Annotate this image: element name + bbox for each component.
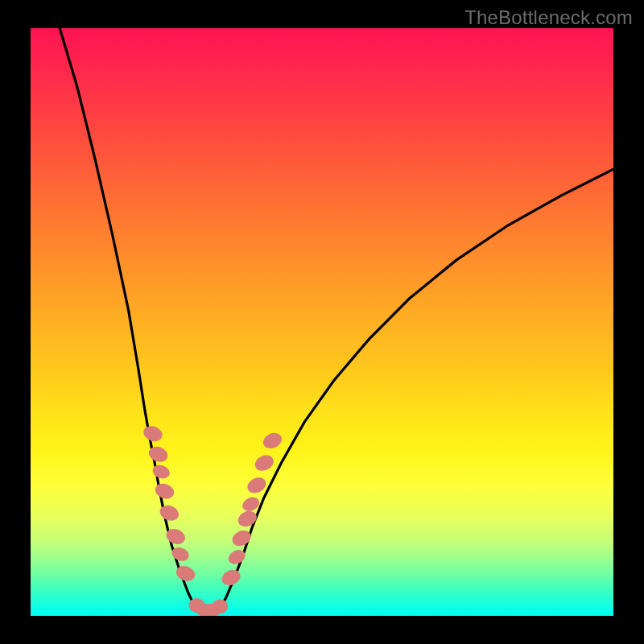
bead-marker: [245, 475, 268, 496]
bead-marker: [212, 599, 228, 613]
bead-marker: [151, 463, 171, 481]
bead-marker: [142, 423, 165, 444]
chart-overlay: [31, 28, 613, 616]
plot-area: [31, 28, 613, 616]
bead-marker: [147, 444, 170, 464]
bead-marker: [158, 503, 181, 523]
curve-left-branch: [60, 28, 201, 613]
curve-right-branch: [217, 169, 613, 613]
watermark-text: TheBottleneck.com: [464, 6, 633, 29]
bead-marker: [261, 430, 284, 451]
chart-canvas: TheBottleneck.com: [0, 0, 644, 644]
bead-marker: [219, 567, 242, 588]
bead-marker: [236, 508, 259, 529]
bead-marker: [253, 452, 276, 473]
bead-marker: [153, 481, 176, 502]
marker-beads: [142, 423, 285, 616]
